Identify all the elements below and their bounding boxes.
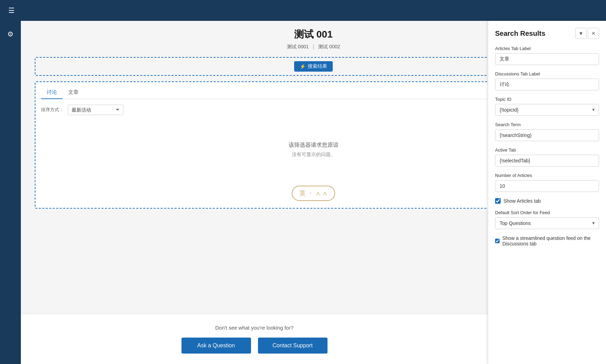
panel-header-actions: ▼ ✕ [575,28,599,39]
streamlined-feed-row: Show a streamlined question feed on the … [495,235,599,246]
subtitle-part2: 测试 0002 [318,44,340,49]
sort-order-select[interactable]: Top Questions Latest Activity Most Votes [495,217,599,229]
active-tab-input[interactable] [495,155,599,167]
character-text: 英 ・ ∧ ∧ [299,189,328,197]
sort-order-group: Default Sort Order for Feed Top Question… [495,210,599,229]
panel-header: Search Results ▼ ✕ [495,28,599,39]
sort-label: 排序方式： [41,107,64,113]
discussions-tab-label-group: Discussions Tab Label [495,71,599,90]
topic-id-label: Topic ID [495,97,599,102]
articles-tab-label-group: Articles Tab Label [495,46,599,65]
topic-id-select-wrap: {!topicId} ▼ [495,104,599,116]
search-badge: ⚡ 搜索结果 [294,61,333,72]
num-articles-label: Number of Articles [495,173,599,178]
articles-tab-label-label: Articles Tab Label [495,46,599,51]
search-term-input[interactable] [495,129,599,141]
character-badge: 英 ・ ∧ ∧ [292,186,335,201]
panel-close-button[interactable]: ✕ [588,28,599,39]
streamlined-feed-label: Show a streamlined question feed on the … [502,235,599,246]
subtitle-part1: 测试 0001 [287,44,309,49]
streamlined-feed-checkbox[interactable] [495,238,500,244]
search-badge-label: 搜索结果 [308,63,327,70]
articles-tab-label-input[interactable] [495,53,599,65]
topic-id-group: Topic ID {!topicId} ▼ [495,97,599,116]
active-tab-group: Active Tab [495,147,599,167]
active-tab-label: Active Tab [495,147,599,153]
sort-select[interactable]: 最新活动 最新发布 最多投票 [68,105,123,115]
search-term-group: Search Term [495,122,599,141]
discussions-tab-label-input[interactable] [495,79,599,90]
subtitle-separator: | [313,44,314,49]
panel-collapse-button[interactable]: ▼ [575,28,587,39]
sidebar-gear-button[interactable]: ⚙ [4,26,17,42]
show-articles-tab-checkbox-label: Show Articles tab [503,198,541,204]
show-articles-tab-row: Show Articles tab [495,198,599,204]
topic-id-select[interactable]: {!topicId} [495,104,599,116]
num-articles-group: Number of Articles [495,173,599,192]
discussions-tab-label-label: Discussions Tab Label [495,71,599,76]
sort-order-label: Default Sort Order for Feed [495,210,599,215]
right-panel: Search Results ▼ ✕ Articles Tab Label Di… [488,21,606,364]
cta-buttons: Ask a Question Contact Support [35,338,474,354]
tab-articles[interactable]: 文章 [63,86,84,99]
ask-question-button[interactable]: Ask a Question [181,338,251,354]
contact-support-button[interactable]: Contact Support [258,338,328,354]
nav-menu-button[interactable]: ☰ [6,3,17,17]
sort-order-select-wrap: Top Questions Latest Activity Most Votes… [495,217,599,229]
num-articles-input[interactable] [495,180,599,192]
show-articles-tab-checkbox[interactable] [495,198,501,204]
cta-prompt-text: Don't see what you're looking for? [35,325,474,331]
left-sidebar: ⚙ [0,21,21,364]
lightning-icon: ⚡ [300,64,306,69]
cta-section: Don't see what you're looking for? Ask a… [21,314,488,364]
panel-title: Search Results [495,30,546,38]
search-term-label: Search Term [495,122,599,127]
top-nav-bar: ☰ [0,0,606,21]
tab-discussions[interactable]: 讨论 [41,86,63,99]
